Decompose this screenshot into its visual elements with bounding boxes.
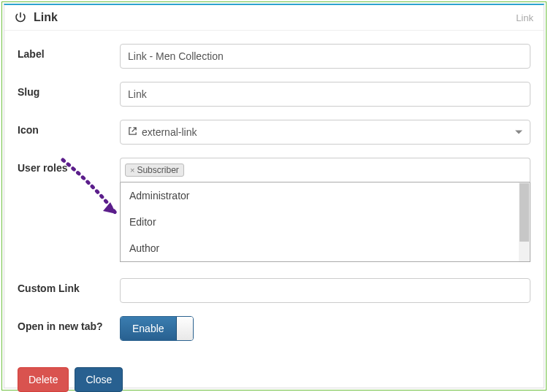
icon-caption: Icon: [18, 120, 120, 145]
tag-subscriber[interactable]: × Subscriber: [125, 164, 184, 177]
userroles-caption: User roles: [18, 158, 120, 262]
slug-input[interactable]: [120, 82, 530, 107]
option-administrator[interactable]: Administrator: [121, 182, 530, 209]
icon-value: external-link: [142, 126, 197, 138]
icon-select[interactable]: external-link: [120, 120, 530, 145]
option-editor[interactable]: Editor: [121, 209, 530, 235]
userroles-input[interactable]: × Subscriber: [120, 158, 530, 182]
label-input[interactable]: [120, 44, 530, 69]
customlink-input[interactable]: [120, 278, 530, 303]
caret-down-icon: [515, 131, 522, 134]
newtab-toggle[interactable]: Enable: [120, 316, 194, 341]
label-caption: Label: [18, 44, 120, 69]
scrollbar-thumb[interactable]: [520, 183, 529, 242]
newtab-caption: Open in new tab?: [18, 316, 120, 341]
option-author[interactable]: Author: [121, 235, 530, 261]
footer: Delete Close: [4, 361, 544, 392]
delete-button[interactable]: Delete: [18, 367, 69, 392]
userroles-dropdown: Administrator Editor Author: [120, 182, 530, 262]
panel-title: Link: [34, 11, 516, 24]
external-link-icon: [128, 126, 137, 139]
link-panel: Link Link Label Slug Icon: [4, 4, 544, 388]
panel-subtitle: Link: [516, 12, 533, 23]
panel-header: Link Link: [4, 5, 544, 31]
tag-label: Subscriber: [137, 165, 178, 175]
power-icon: [15, 12, 26, 23]
toggle-handle[interactable]: [177, 317, 193, 340]
customlink-caption: Custom Link: [18, 278, 120, 303]
dropdown-scrollbar[interactable]: [519, 182, 530, 261]
close-button[interactable]: Close: [75, 367, 123, 392]
form: Label Slug Icon externa: [4, 31, 544, 361]
tag-remove-icon[interactable]: ×: [130, 166, 134, 174]
toggle-label: Enable: [121, 317, 177, 340]
slug-caption: Slug: [18, 82, 120, 107]
